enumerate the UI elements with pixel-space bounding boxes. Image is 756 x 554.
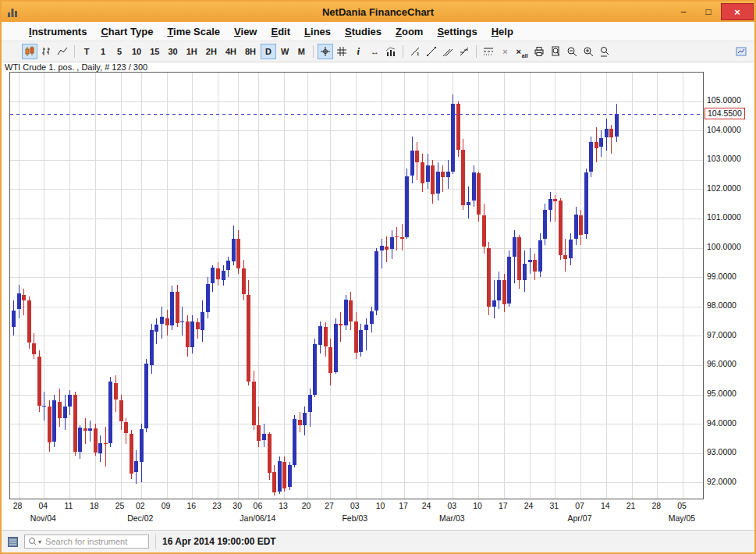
- menu-edit[interactable]: Edit: [264, 24, 298, 39]
- bar-chart-button[interactable]: [38, 44, 54, 59]
- fibonacci-icon: [459, 46, 470, 57]
- x-axis-month-label: May/05: [651, 513, 713, 523]
- zoom-out-button[interactable]: [564, 44, 580, 59]
- timeframe-8h[interactable]: 8H: [241, 44, 260, 59]
- timeframe-m[interactable]: M: [293, 44, 309, 59]
- candle: [186, 321, 190, 348]
- candlestick-chart-button[interactable]: [22, 44, 37, 59]
- y-axis-label: 98.0000: [707, 300, 736, 310]
- candle: [487, 248, 491, 307]
- timeframe-4h[interactable]: 4H: [222, 44, 240, 59]
- x-axis-label: 13: [275, 501, 291, 510]
- grid-line: [10, 307, 703, 307]
- candle: [252, 382, 256, 425]
- grid-line: [10, 218, 703, 219]
- timeframe-5[interactable]: 5: [112, 44, 127, 59]
- timeframe-30[interactable]: 30: [165, 44, 182, 59]
- toolbar-separator: [403, 45, 403, 58]
- line-style-button[interactable]: [481, 44, 496, 59]
- candle-wick: [340, 312, 341, 342]
- menu-studies[interactable]: Studies: [338, 24, 389, 39]
- timeframe-w[interactable]: W: [277, 44, 293, 59]
- info-button[interactable]: i: [350, 44, 366, 59]
- volume-button[interactable]: [383, 44, 399, 59]
- svg-text:1: 1: [417, 51, 420, 56]
- menu-zoom[interactable]: Zoom: [389, 24, 430, 39]
- close-button[interactable]: ×: [721, 3, 754, 20]
- candle: [154, 325, 158, 332]
- grid-line: [167, 73, 168, 499]
- timeframe-t[interactable]: T: [79, 44, 94, 59]
- menu-view[interactable]: View: [227, 24, 264, 39]
- window-title: NetDania FinanceChart: [2, 6, 754, 18]
- timeframe-1h[interactable]: 1H: [183, 44, 201, 59]
- menu-instruments[interactable]: Instruments: [22, 24, 94, 39]
- remove-all-studies-button[interactable]: ×all: [513, 44, 530, 59]
- x-axis-label: 18: [87, 501, 102, 510]
- print-button[interactable]: [531, 44, 547, 59]
- crosshair-button[interactable]: [318, 44, 333, 59]
- line-chart-button[interactable]: [55, 44, 70, 59]
- x-axis-label: 16: [183, 501, 199, 510]
- candle: [272, 472, 276, 492]
- grid-line: [10, 453, 703, 454]
- timeframe-1[interactable]: 1: [95, 44, 111, 59]
- candle: [605, 129, 609, 137]
- instrument-list-icon[interactable]: [8, 537, 18, 547]
- x-axis-label: 25: [112, 501, 128, 510]
- search-input[interactable]: [44, 536, 145, 547]
- candle: [313, 344, 317, 395]
- timeframe-15[interactable]: 15: [146, 44, 163, 59]
- y-axis-label: 96.0000: [707, 359, 736, 368]
- candle: [349, 300, 353, 321]
- grid-line: [121, 73, 122, 499]
- minimize-button[interactable]: –: [671, 4, 696, 20]
- fibonacci-button[interactable]: [456, 44, 472, 59]
- zoom-in-button[interactable]: [580, 44, 596, 59]
- menu-time-scale[interactable]: Time Scale: [160, 24, 227, 39]
- menu-chart-type[interactable]: Chart Type: [94, 24, 160, 39]
- candle-wick: [85, 418, 86, 445]
- menu-help[interactable]: Help: [484, 24, 520, 39]
- candle: [615, 114, 619, 136]
- timeframe-10[interactable]: 10: [128, 44, 145, 59]
- candle: [456, 104, 460, 150]
- plot-area[interactable]: [9, 72, 704, 499]
- candle: [354, 321, 358, 353]
- trendline-angle-button[interactable]: [424, 44, 439, 59]
- maximize-button[interactable]: □: [696, 4, 721, 20]
- menu-settings[interactable]: Settings: [430, 24, 484, 39]
- x-axis-label: 06: [250, 501, 265, 510]
- pan-button[interactable]: ↔: [367, 44, 382, 59]
- crosshair-icon: [320, 46, 331, 57]
- search-caret-icon: ▾: [38, 538, 41, 545]
- menu-lines[interactable]: Lines: [297, 24, 338, 39]
- candle: [68, 395, 72, 407]
- timeframe-d[interactable]: D: [261, 44, 276, 59]
- titlebar[interactable]: NetDania FinanceChart – □ ×: [2, 2, 754, 22]
- y-axis-label: 102.0000: [707, 183, 741, 193]
- zoom-reset-button[interactable]: [597, 44, 612, 59]
- candle: [222, 271, 225, 280]
- candle: [426, 165, 430, 182]
- trendline-button[interactable]: 1: [407, 44, 423, 59]
- print-preview-button[interactable]: [548, 44, 563, 59]
- timeframe-2h[interactable]: 2H: [202, 44, 221, 59]
- remove-study-button[interactable]: ×: [497, 44, 513, 59]
- trend-channel-button[interactable]: [440, 44, 456, 59]
- grid-button[interactable]: [334, 44, 350, 59]
- candle: [134, 461, 138, 472]
- x-axis-label: 20: [299, 501, 314, 510]
- search-box[interactable]: ▾: [24, 534, 149, 549]
- candle: [492, 300, 496, 307]
- grid-line: [356, 73, 357, 499]
- candle: [482, 215, 486, 247]
- candle: [421, 162, 424, 183]
- zoom-in-icon: [583, 46, 594, 57]
- candle: [410, 151, 414, 176]
- candle: [467, 202, 470, 205]
- y-axis-label: 103.0000: [707, 154, 741, 163]
- popout-button[interactable]: [733, 44, 750, 59]
- candle: [477, 173, 481, 215]
- candle: [211, 268, 215, 283]
